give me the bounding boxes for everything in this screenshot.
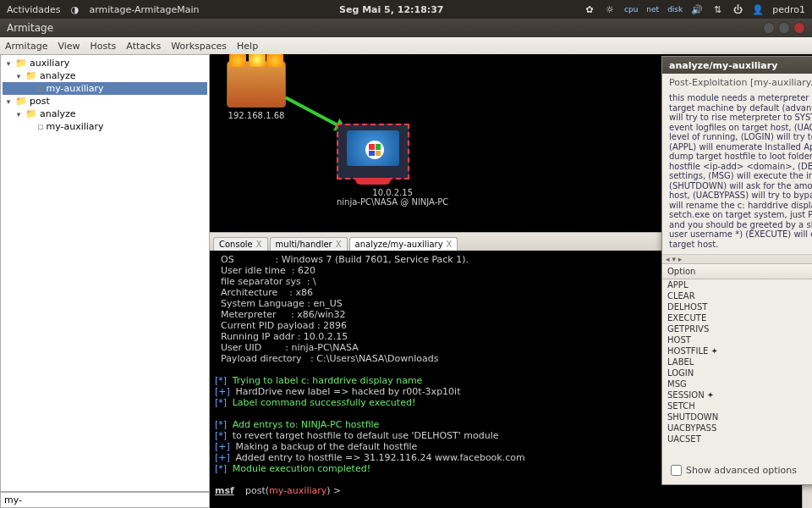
- tree-node-my-auxiliary-aux[interactable]: ▫my-auxiliary: [3, 82, 207, 95]
- dialog-titlebar[interactable]: analyze/my-auxiliary: [662, 57, 812, 74]
- host-name-2: ninja-PC\NASA @ NINJA-PC: [337, 197, 448, 207]
- dialog-subtitle: Post-Exploitation [my-auxiliary.rb]: [662, 74, 812, 91]
- show-advanced-input[interactable]: [671, 465, 682, 476]
- option-row[interactable]: HOST0: [662, 334, 812, 345]
- activities-button[interactable]: Actividades: [7, 4, 61, 15]
- tree-node-auxiliary[interactable]: ▾📁auxiliary: [3, 57, 207, 69]
- menu-attacks[interactable]: Attacks: [126, 41, 161, 52]
- tree-node-my-auxiliary-post[interactable]: ▫my-auxiliary: [3, 120, 207, 133]
- option-row[interactable]: SHUTDOWN: [662, 411, 812, 422]
- options-table: Option▴ Value APPL0CLEAR0DELHOST0EXECUTE…: [662, 263, 812, 444]
- indicator-disk: disk: [667, 5, 683, 14]
- show-advanced-checkbox[interactable]: Show advanced options: [671, 465, 797, 476]
- host-icon-firewall[interactable]: [227, 61, 286, 108]
- window-minimize-button[interactable]: [763, 22, 775, 34]
- menu-armitage[interactable]: Armitage: [5, 41, 47, 52]
- menu-help[interactable]: Help: [237, 41, 258, 52]
- option-row[interactable]: UACBYPASS0: [662, 422, 812, 433]
- host-icon-pc[interactable]: [337, 124, 409, 179]
- host-ip-1: 192.168.1.68: [227, 111, 286, 120]
- app-menu-icon[interactable]: ◑: [69, 3, 81, 15]
- option-name: HOST: [662, 334, 812, 345]
- folder-icon: 📁: [25, 70, 37, 81]
- tab-close-icon[interactable]: X: [447, 240, 453, 249]
- option-name: APPL: [662, 279, 812, 291]
- option-row[interactable]: EXECUTE: [662, 312, 812, 323]
- option-row[interactable]: LABELhacked by r00t-3xp10it: [662, 356, 812, 367]
- module-tree[interactable]: ▾📁auxiliary ▾📁analyze ▫my-auxiliary ▾📁po…: [0, 54, 210, 492]
- dialog-nav-arrows[interactable]: ◂ ▾ ▸: [662, 254, 812, 263]
- user-name[interactable]: pedro1: [772, 4, 805, 15]
- option-name: SESSION ✦: [662, 389, 812, 400]
- option-row[interactable]: CLEAR0: [662, 290, 812, 301]
- desktop-topbar: Actividades ◑ armitage-ArmitageMain Seg …: [0, 0, 812, 19]
- host-ip-2: 10.0.2.15: [337, 188, 448, 197]
- module-dialog[interactable]: analyze/my-auxiliary Post-Exploitation […: [661, 56, 812, 485]
- power-icon[interactable]: ⏻: [732, 3, 743, 15]
- option-name: EXECUTE: [662, 312, 812, 323]
- option-row[interactable]: GETPRIVS0: [662, 323, 812, 334]
- app-menu-label[interactable]: armitage-ArmitageMain: [90, 4, 200, 15]
- option-name: SETCH: [662, 400, 812, 411]
- dialog-title: analyze/my-auxiliary: [669, 60, 777, 71]
- tree-node-analyze[interactable]: ▾📁analyze: [3, 69, 207, 82]
- indicator-net: net: [646, 5, 659, 14]
- option-row[interactable]: APPL0: [662, 279, 812, 291]
- option-row[interactable]: MSG: [662, 378, 812, 389]
- option-name: GETPRIVS: [662, 323, 812, 334]
- option-name: DELHOST: [662, 301, 812, 312]
- window-close-button[interactable]: [793, 22, 805, 34]
- tab-close-icon[interactable]: X: [336, 240, 342, 249]
- option-name: CLEAR: [662, 290, 812, 301]
- user-icon[interactable]: 👤: [752, 3, 764, 15]
- tab-console[interactable]: ConsoleX: [213, 237, 268, 251]
- tab-analyze-my-auxiliary[interactable]: analyze/my-auxiliaryX: [349, 237, 458, 251]
- window-titlebar[interactable]: Armitage: [0, 19, 812, 37]
- network-icon[interactable]: ⇅: [711, 3, 723, 15]
- menu-workspaces[interactable]: Workspaces: [171, 41, 227, 52]
- folder-icon: 📁: [15, 96, 27, 107]
- accessibility-icon[interactable]: ✿: [584, 3, 595, 15]
- menu-hosts[interactable]: Hosts: [91, 41, 117, 52]
- indicator-cpu: cpu: [624, 5, 638, 14]
- window-maximize-button[interactable]: [778, 22, 790, 34]
- volume-icon[interactable]: 🔊: [691, 3, 703, 15]
- windows-logo-icon: [365, 141, 384, 159]
- option-name: LOGIN: [662, 367, 812, 378]
- module-icon: ▫: [37, 83, 43, 94]
- option-row[interactable]: SETCH0: [662, 400, 812, 411]
- brightness-icon[interactable]: ☼: [604, 3, 616, 15]
- option-row[interactable]: DELHOST0: [662, 301, 812, 312]
- show-advanced-label: Show advanced options: [686, 465, 797, 476]
- folder-icon: 📁: [25, 108, 37, 119]
- option-name: HOSTFILE ✦: [662, 345, 812, 356]
- module-search-input[interactable]: [1, 493, 209, 507]
- topbar-clock: Seg Mai 5, 12:18:37: [210, 4, 573, 15]
- module-search-box: [0, 492, 210, 508]
- option-row[interactable]: SESSION ✦1: [662, 389, 812, 400]
- module-icon: ▫: [37, 121, 43, 132]
- option-name: LABEL: [662, 356, 812, 367]
- option-row[interactable]: HOSTFILE ✦31.192.116.24 www.facebook.com: [662, 345, 812, 356]
- option-name: UACSET: [662, 433, 812, 444]
- option-name: UACBYPASS: [662, 422, 812, 433]
- tree-node-post-analyze[interactable]: ▾📁analyze: [3, 108, 207, 120]
- app-menubar: Armitage View Hosts Attacks Workspaces H…: [0, 37, 812, 54]
- tab-close-icon[interactable]: X: [256, 240, 262, 249]
- tab-multi-handler[interactable]: multi/handlerX: [270, 237, 348, 251]
- tree-node-post[interactable]: ▾📁post: [3, 95, 207, 108]
- menu-view[interactable]: View: [58, 41, 80, 52]
- option-row[interactable]: UACSET0: [662, 433, 812, 444]
- option-name: MSG: [662, 378, 812, 389]
- option-row[interactable]: LOGIN0: [662, 367, 812, 378]
- window-title: Armitage: [7, 22, 53, 34]
- option-name: SHUTDOWN: [662, 411, 812, 422]
- col-option[interactable]: Option▴: [662, 264, 812, 279]
- folder-icon: 📁: [15, 58, 27, 69]
- dialog-description: this module needs a meterpreter session …: [662, 91, 812, 254]
